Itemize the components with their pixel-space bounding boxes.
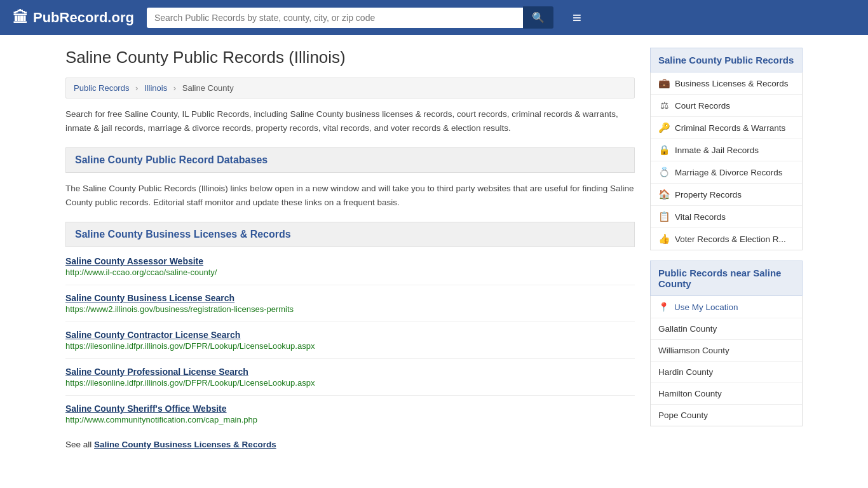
sidebar-item-icon-4: 💍	[658, 166, 670, 178]
header: 🏛 PubRecord.org 🔍 ≡	[0, 0, 868, 35]
search-input[interactable]	[147, 8, 523, 28]
business-link-1: Saline County Business License Searchhtt…	[65, 293, 635, 322]
nearby-icon-0: 📍	[658, 302, 669, 312]
business-link-0: Saline County Assessor Websitehttp://www…	[65, 256, 635, 285]
business-section-header: Saline County Business Licenses & Record…	[65, 222, 635, 247]
breadcrumb-current: Saline County	[182, 83, 234, 93]
sidebar-item-label-4: Marriage & Divorce Records	[675, 168, 783, 177]
sidebar-item-label-7: Voter Records & Election R...	[675, 234, 786, 244]
sidebar-item-icon-7: 👍	[658, 233, 670, 245]
logo[interactable]: 🏛 PubRecord.org	[13, 9, 134, 27]
search-button[interactable]: 🔍	[523, 6, 553, 29]
nearby-label-4: Hamilton County	[658, 389, 722, 398]
breadcrumb-link-2[interactable]: Illinois	[144, 83, 167, 93]
page-title: Saline County Public Records (Illinois)	[65, 48, 635, 67]
nearby-item-2[interactable]: Williamson County	[651, 340, 802, 362]
business-link-4: Saline County Sheriff's Office Websiteht…	[65, 403, 635, 432]
see-all-link[interactable]: Saline County Business Licenses & Record…	[94, 440, 276, 449]
search-bar: 🔍	[147, 6, 553, 29]
nearby-item-0[interactable]: 📍Use My Location	[651, 296, 802, 318]
nearby-item-4[interactable]: Hamilton County	[651, 383, 802, 405]
sidebar-section-2: Public Records near Saline County 📍Use M…	[650, 261, 803, 426]
sidebar-item-label-3: Inmate & Jail Records	[675, 146, 759, 155]
sidebar-item-icon-6: 📋	[658, 211, 670, 222]
business-links: Saline County Assessor Websitehttp://www…	[65, 256, 635, 432]
business-link-url-3: https://ilesonline.idfpr.illinois.gov/DF…	[65, 378, 635, 388]
sidebar-item-3[interactable]: 🔒Inmate & Jail Records	[651, 139, 802, 161]
nearby-item-1[interactable]: Gallatin County	[651, 318, 802, 340]
sidebar-list-1: 💼Business Licenses & Records⚖Court Recor…	[650, 72, 803, 250]
business-link-2: Saline County Contractor License Searchh…	[65, 330, 635, 359]
sidebar: Saline County Public Records 💼Business L…	[650, 48, 803, 449]
logo-icon: 🏛	[13, 9, 28, 27]
sidebar-item-icon-2: 🔑	[658, 122, 670, 133]
business-link-title-0[interactable]: Saline County Assessor Website	[65, 256, 635, 266]
nearby-label-0: Use My Location	[674, 302, 738, 312]
sidebar-item-label-1: Court Records	[675, 101, 730, 111]
sidebar-item-label-6: Vital Records	[675, 212, 726, 222]
sidebar-item-2[interactable]: 🔑Criminal Records & Warrants	[651, 117, 802, 139]
nearby-label-5: Pope County	[658, 410, 708, 420]
sidebar-title-2: Public Records near Saline County	[650, 261, 803, 296]
sidebar-item-7[interactable]: 👍Voter Records & Election R...	[651, 228, 802, 250]
business-link-title-3[interactable]: Saline County Professional License Searc…	[65, 367, 635, 377]
sidebar-item-label-5: Property Records	[675, 190, 742, 200]
sidebar-section-1: Saline County Public Records 💼Business L…	[650, 48, 803, 250]
breadcrumb: Public Records › Illinois › Saline Count…	[65, 78, 635, 98]
business-link-title-1[interactable]: Saline County Business License Search	[65, 293, 635, 303]
intro-text: Search for free Saline County, IL Public…	[65, 107, 635, 135]
nearby-item-5[interactable]: Pope County	[651, 405, 802, 426]
sidebar-item-4[interactable]: 💍Marriage & Divorce Records	[651, 161, 802, 184]
breadcrumb-link-1[interactable]: Public Records	[74, 83, 129, 93]
sidebar-title-1: Saline County Public Records	[650, 48, 803, 72]
see-all-label: See all	[65, 440, 92, 449]
menu-icon: ≡	[573, 9, 581, 26]
content-wrapper: Saline County Public Records (Illinois) …	[53, 35, 815, 462]
nearby-label-3: Hardin County	[658, 367, 713, 377]
sidebar-item-6[interactable]: 📋Vital Records	[651, 206, 802, 228]
business-link-url-2: https://ilesonline.idfpr.illinois.gov/DF…	[65, 341, 635, 351]
sidebar-item-icon-1: ⚖	[658, 100, 670, 111]
menu-button[interactable]: ≡	[573, 9, 581, 27]
business-link-title-2[interactable]: Saline County Contractor License Search	[65, 330, 635, 340]
see-all-line: See all Saline County Business Licenses …	[65, 440, 635, 449]
sidebar-nearby-list: 📍Use My LocationGallatin CountyWilliamso…	[650, 296, 803, 426]
db-description: The Saline County Public Records (Illino…	[65, 182, 635, 209]
nearby-item-3[interactable]: Hardin County	[651, 362, 802, 383]
logo-text: PubRecord.org	[33, 10, 134, 26]
sidebar-item-label-2: Criminal Records & Warrants	[675, 123, 785, 133]
sidebar-item-5[interactable]: 🏠Property Records	[651, 184, 802, 206]
sidebar-item-1[interactable]: ⚖Court Records	[651, 95, 802, 117]
business-link-url-4: http://www.communitynotification.com/cap…	[65, 415, 635, 424]
nearby-label-2: Williamson County	[658, 346, 729, 355]
sidebar-item-icon-3: 🔒	[658, 144, 670, 156]
business-link-title-4[interactable]: Saline County Sheriff's Office Website	[65, 403, 635, 414]
main-content: Saline County Public Records (Illinois) …	[65, 48, 635, 449]
business-link-url-1: https://www2.illinois.gov/business/regis…	[65, 304, 635, 314]
sidebar-item-icon-0: 💼	[658, 78, 670, 89]
db-section-header: Saline County Public Record Databases	[65, 147, 635, 173]
search-icon: 🔍	[532, 12, 545, 23]
sidebar-item-icon-5: 🏠	[658, 189, 670, 200]
business-link-3: Saline County Professional License Searc…	[65, 367, 635, 396]
nearby-label-1: Gallatin County	[658, 324, 717, 334]
sidebar-item-0[interactable]: 💼Business Licenses & Records	[651, 72, 802, 95]
business-link-url-0: http://www.il-ccao.org/ccao/saline-count…	[65, 268, 635, 277]
sidebar-item-label-0: Business Licenses & Records	[675, 79, 789, 88]
